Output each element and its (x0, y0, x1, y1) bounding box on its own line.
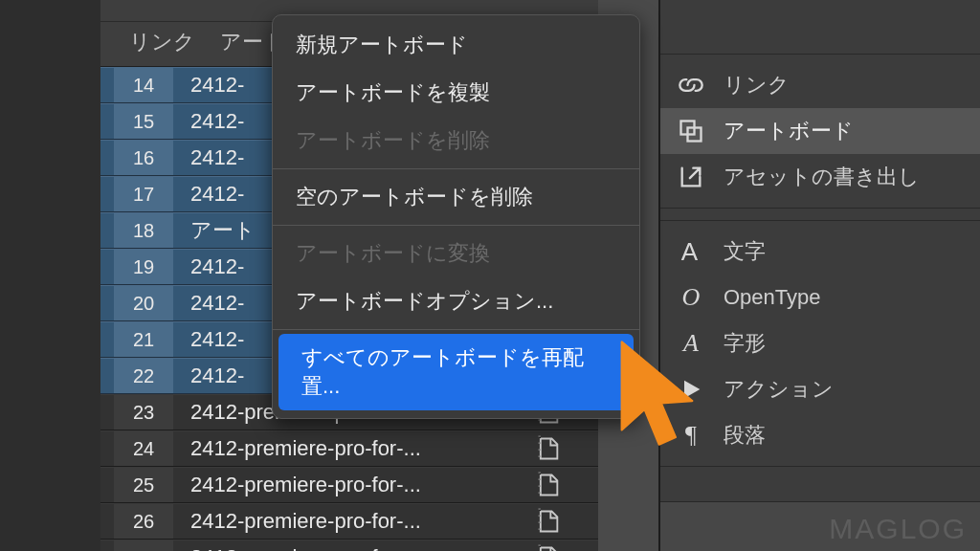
artboard-row-number: 22 (114, 359, 173, 393)
dock-item-opentype[interactable]: O OpenType (660, 275, 980, 320)
artboard-row-number: 17 (114, 177, 173, 211)
watermark: MAGLOG (829, 513, 967, 545)
artboard-row[interactable]: 242412-premiere-pro-for-... (100, 430, 598, 467)
left-edge-strip (0, 0, 100, 551)
artboard-row-number: 16 (114, 141, 173, 175)
dock-item-label: OpenType (724, 285, 821, 310)
menu-separator (273, 168, 639, 169)
menu-separator (273, 225, 639, 226)
artboard-row-number: 18 (114, 213, 173, 248)
artboard-row[interactable]: 252412-premiere-pro-for-... (100, 467, 598, 503)
artboard-page-icon (535, 435, 562, 462)
artboard-row-number: 19 (114, 250, 173, 284)
menu-delete-artboard: アートボードを削除 (273, 117, 639, 165)
dock-item-character[interactable]: A 文字 (660, 229, 980, 275)
artboard-row-name: 2412-premiere-pro-for-... (190, 436, 535, 461)
opentype-icon: O (678, 284, 704, 311)
dock-item-label: リンク (724, 71, 790, 99)
artboard-page-icon (535, 544, 562, 551)
dock-group-assets: リンク アートボード アセットの書き出し (660, 54, 980, 209)
artboard-row-number: 24 (114, 431, 173, 466)
menu-new-artboard[interactable]: 新規アートボード (273, 21, 639, 69)
right-dock: リンク アートボード アセットの書き出し A 文字 O OpenType A 字… (658, 0, 980, 551)
dock-item-label: 文字 (724, 237, 766, 266)
artboard-row[interactable]: 262412-premiere-pro-for-... (100, 503, 598, 540)
dock-item-artboards[interactable]: アートボード (660, 108, 980, 154)
menu-rearrange-all-artboards[interactable]: すべてのアートボードを再配置... (278, 334, 634, 410)
menu-duplicate-artboard[interactable]: アートボードを複製 (273, 69, 639, 117)
artboard-row-number: 23 (114, 395, 173, 430)
artboard-row-number: 14 (114, 68, 173, 102)
export-icon (678, 164, 704, 190)
artboard-row-number: 21 (114, 322, 173, 357)
dock-item-links[interactable]: リンク (660, 62, 980, 108)
dock-item-label: 字形 (724, 329, 766, 358)
artboard-page-icon (535, 508, 562, 535)
menu-delete-empty-artboards[interactable]: 空のアートボードを削除 (273, 173, 639, 221)
dock-item-label: 段落 (724, 421, 766, 450)
link-icon (678, 72, 704, 99)
character-icon: A (678, 238, 704, 265)
tab-link[interactable]: リンク (122, 18, 212, 70)
artboard-row[interactable]: 272412-premiere-pro-for-... (100, 540, 598, 551)
artboard-row-name: 2412-premiere-pro-for-... (190, 473, 535, 497)
artboard-row-number: 15 (114, 104, 173, 139)
dock-item-asset-export[interactable]: アセットの書き出し (660, 154, 980, 200)
menu-artboard-options[interactable]: アートボードオプション... (273, 277, 639, 325)
artboard-row-number: 25 (114, 468, 173, 502)
artboard-row-number: 27 (114, 540, 173, 551)
artboard-row-number: 20 (114, 286, 173, 320)
artboard-icon (678, 118, 704, 144)
artboard-page-icon (535, 472, 562, 498)
artboard-row-number: 26 (114, 504, 173, 539)
context-menu: 新規アートボード アートボードを複製 アートボードを削除 空のアートボードを削除… (272, 14, 640, 419)
menu-separator (273, 329, 639, 330)
dock-item-label: アートボード (724, 117, 854, 145)
cursor-arrow-overlay (611, 337, 716, 461)
dock-item-label: アクション (724, 375, 834, 404)
menu-convert-to-artboard: アートボードに変換 (273, 230, 639, 277)
artboard-row-name: 2412-premiere-pro-for-... (190, 509, 535, 534)
artboard-row-name: 2412-premiere-pro-for-... (190, 545, 535, 551)
dock-item-label: アセットの書き出し (724, 163, 920, 191)
